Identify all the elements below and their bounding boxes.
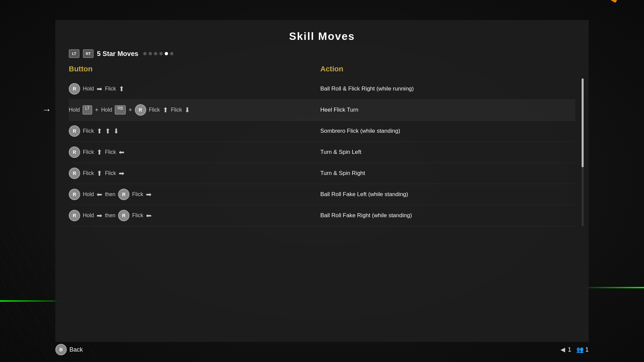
flick-label-4a: Flick (83, 149, 94, 155)
flick-label-7: Flick (132, 213, 143, 219)
arrow-right-6: ➡ (146, 190, 152, 198)
r-button-2: R (135, 104, 146, 116)
move-row-3: R Flick ⬆ ⬆ ⬇ Sombrero Flick (while stan… (69, 121, 575, 142)
arrow-left-7: ⬅ (146, 212, 152, 220)
lt-badge[interactable]: LT (69, 49, 79, 58)
b-button[interactable]: B (55, 344, 67, 355)
arrow-up-1: ⬆ (119, 85, 124, 93)
main-panel: Skill Moves LT RT 5 Star Moves Button Ac… (55, 20, 589, 342)
arrow-right-7a: ➡ (97, 212, 102, 220)
move-action-6: Ball Roll Fake Left (while standing) (320, 191, 575, 198)
move-button-col-1: R Hold ➡ Flick ⬆ (69, 83, 320, 95)
arrow-up-3a: ⬆ (97, 127, 102, 135)
column-headers: Button Action (69, 65, 575, 73)
hold-label-2b: Hold (101, 107, 112, 113)
dot-4[interactable] (159, 52, 163, 55)
hold-label-1: Hold (83, 86, 94, 92)
bottom-bar: B Back ◀ 1 👥 1 (55, 344, 589, 355)
tab-dots (143, 52, 173, 55)
button-column-header: Button (69, 65, 320, 73)
page-prev-arrow[interactable]: ◀ (560, 346, 565, 353)
arrow-right-1: ➡ (97, 85, 102, 93)
flick-label-5a: Flick (83, 170, 94, 176)
r-button-6b: R (118, 189, 129, 200)
move-button-col-2: Hold LT + Hold RB + R Flick ⬆ Flick ⬇ (69, 104, 320, 116)
back-label: Back (69, 346, 83, 353)
move-row-5: R Flick ⬆ Flick ➡ Turn & Spin Right (69, 163, 575, 184)
r-button-4: R (69, 146, 80, 158)
hold-label-6: Hold (83, 191, 94, 197)
lt-button-2: LT (83, 105, 92, 115)
players-icon: 👥 1 (576, 346, 589, 353)
then-label-7: then (105, 213, 115, 219)
page-number: 1 (568, 346, 571, 353)
page-title: Skill Moves (69, 30, 575, 43)
move-button-col-7: R Hold ➡ then R Flick ⬅ (69, 210, 320, 221)
page-nav: ◀ 1 (560, 346, 571, 353)
moves-list: R Hold ➡ Flick ⬆ Ball Roll & Flick Right… (69, 78, 575, 226)
r-button-7b: R (118, 210, 129, 221)
arrow-down-3: ⬇ (113, 127, 119, 135)
move-button-col-4: R Flick ⬆ Flick ⬅ (69, 146, 320, 158)
move-button-col-3: R Flick ⬆ ⬆ ⬇ (69, 125, 320, 137)
then-label-6: then (105, 191, 115, 197)
move-button-col-6: R Hold ⬅ then R Flick ➡ (69, 189, 320, 200)
move-action-3: Sombrero Flick (while standing) (320, 128, 575, 134)
arrow-up-5: ⬆ (97, 169, 102, 177)
flick-label-1: Flick (105, 86, 116, 92)
arrow-left-4: ⬅ (119, 148, 124, 156)
dot-1[interactable] (143, 52, 147, 55)
players-count: 1 (585, 346, 589, 353)
scrollbar-track[interactable] (582, 78, 584, 226)
flick-label-2b: Flick (171, 107, 182, 113)
move-row-4: R Flick ⬆ Flick ⬅ Turn & Spin Left (69, 142, 575, 163)
move-row-1: R Hold ➡ Flick ⬆ Ball Roll & Flick Right… (69, 78, 575, 100)
flick-label-3: Flick (83, 128, 94, 134)
hold-label-2a: Hold (69, 107, 80, 113)
move-action-7: Ball Roll Fake Right (while standing) (320, 212, 575, 219)
arrow-down-2: ⬇ (184, 106, 190, 114)
page-info: ◀ 1 👥 1 (560, 346, 589, 353)
arrow-up-3b: ⬆ (105, 127, 111, 135)
arrow-up-4: ⬆ (97, 148, 102, 156)
dot-2[interactable] (149, 52, 152, 55)
r-button-3: R (69, 125, 80, 137)
move-row-7: R Hold ➡ then R Flick ⬅ Ball Roll Fake R… (69, 205, 575, 226)
rt-badge[interactable]: RT (83, 49, 94, 58)
move-action-1: Ball Roll & Flick Right (while running) (320, 85, 575, 92)
move-row-2: → Hold LT + Hold RB + R Flick ⬆ Flick ⬇ … (69, 100, 575, 121)
flick-label-5b: Flick (105, 170, 116, 176)
arrow-right-5: ➡ (119, 169, 124, 177)
flick-label-2a: Flick (149, 107, 160, 113)
rb-button-2: RB (115, 105, 126, 115)
dot-3[interactable] (154, 52, 157, 55)
move-action-4: Turn & Spin Left (320, 149, 575, 156)
move-row-6: R Hold ⬅ then R Flick ➡ Ball Roll Fake L… (69, 184, 575, 205)
plus-2: + (128, 107, 132, 114)
move-action-5: Turn & Spin Right (320, 170, 575, 177)
players-icon-glyph: 👥 (576, 346, 584, 353)
flick-label-4b: Flick (105, 149, 116, 155)
r-button-6a: R (69, 189, 80, 200)
r-button-1: R (69, 83, 80, 95)
scrollbar-thumb[interactable] (582, 78, 584, 167)
action-column-header: Action (320, 65, 575, 73)
arrow-left-6: ⬅ (97, 190, 102, 198)
plus-1: + (95, 107, 99, 114)
hold-label-7: Hold (83, 213, 94, 219)
dot-6[interactable] (170, 52, 173, 55)
dot-5[interactable] (165, 52, 168, 55)
move-button-col-5: R Flick ⬆ Flick ➡ (69, 168, 320, 179)
flick-label-6: Flick (132, 191, 143, 197)
selection-arrow: → (42, 105, 51, 115)
r-button-5: R (69, 168, 80, 179)
arrow-up-2: ⬆ (163, 106, 168, 114)
tab-active-label: 5 Star Moves (97, 50, 138, 58)
tab-section: LT RT 5 Star Moves (69, 49, 575, 58)
back-button[interactable]: B Back (55, 344, 83, 355)
move-action-2: Heel Flick Turn (320, 107, 575, 113)
r-button-7a: R (69, 210, 80, 221)
